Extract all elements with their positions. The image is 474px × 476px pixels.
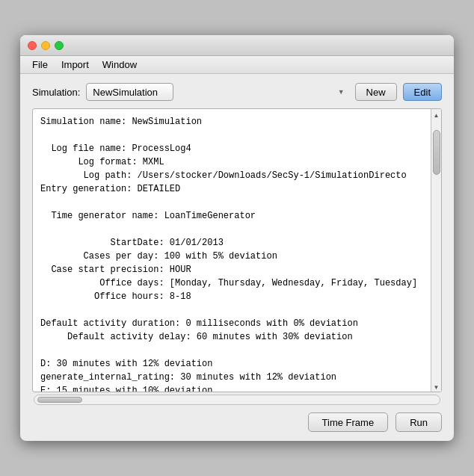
simulation-select[interactable]: NewSimulation xyxy=(86,83,173,101)
simulation-label: Simulation: xyxy=(32,87,80,98)
scroll-down-button[interactable]: ▼ xyxy=(432,383,441,392)
horizontal-scroll-area xyxy=(32,395,442,405)
simulation-select-wrapper: NewSimulation xyxy=(86,83,348,101)
minimize-button[interactable] xyxy=(41,41,50,50)
titlebar xyxy=(20,35,454,56)
run-button[interactable]: Run xyxy=(395,412,442,432)
menu-bar: File Import Window xyxy=(20,56,454,74)
toolbar-row: Simulation: NewSimulation New Edit xyxy=(32,83,442,101)
menu-file[interactable]: File xyxy=(26,58,54,72)
menu-import[interactable]: Import xyxy=(55,58,95,72)
h-scroll-thumb[interactable] xyxy=(37,397,82,403)
bottom-buttons: Time Frame Run xyxy=(32,412,442,432)
close-button[interactable] xyxy=(28,41,37,50)
simulation-text: Simulation name: NewSimulation Log file … xyxy=(33,109,431,392)
scroll-thumb[interactable] xyxy=(433,130,440,175)
zoom-button[interactable] xyxy=(55,41,64,50)
traffic-lights xyxy=(28,41,64,50)
text-display-area: Simulation name: NewSimulation Log file … xyxy=(32,108,442,392)
menu-window[interactable]: Window xyxy=(96,58,143,72)
vertical-scrollbar[interactable]: ▲ ▼ xyxy=(431,109,441,392)
time-frame-button[interactable]: Time Frame xyxy=(308,412,389,432)
content-area: Simulation: NewSimulation New Edit Simul… xyxy=(20,74,454,441)
edit-button[interactable]: Edit xyxy=(403,83,442,101)
horizontal-scrollbar[interactable] xyxy=(34,395,440,405)
new-button[interactable]: New xyxy=(355,83,397,101)
scroll-up-button[interactable]: ▲ xyxy=(432,111,441,120)
main-window: File Import Window Simulation: NewSimula… xyxy=(20,35,454,441)
